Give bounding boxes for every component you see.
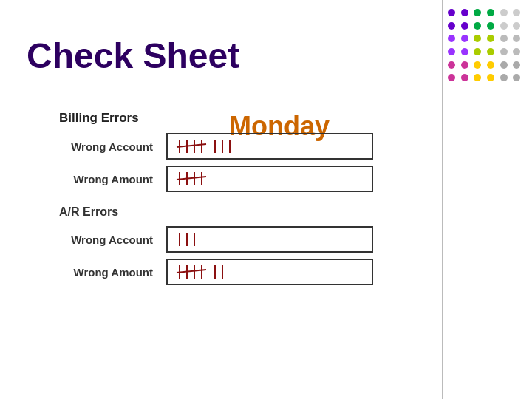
- dot: [461, 61, 468, 69]
- dot: [448, 61, 455, 69]
- dot: [448, 9, 455, 16]
- ar-section: A/R Errors Wrong Account Wrong Amount: [59, 205, 473, 285]
- dot: [461, 9, 468, 16]
- dot: [500, 61, 508, 69]
- dot: [500, 35, 508, 42]
- dot-grid-decoration: [445, 6, 526, 87]
- billing-wrong-amount-tally-svg: [174, 169, 248, 188]
- dot: [474, 22, 481, 30]
- dot: [513, 61, 520, 69]
- billing-wrong-amount-label: Wrong Amount: [59, 173, 166, 185]
- dot: [448, 74, 455, 81]
- dot: [500, 22, 508, 30]
- dot: [448, 35, 455, 42]
- billing-wrong-account-tally-svg: [174, 137, 277, 156]
- dot: [487, 74, 494, 81]
- dot: [448, 48, 455, 55]
- dot: [513, 9, 520, 16]
- billing-wrong-amount-row: Wrong Amount: [59, 166, 473, 192]
- dot: [513, 35, 520, 42]
- ar-wrong-account-tally-svg: [174, 230, 233, 249]
- dot: [487, 61, 494, 69]
- ar-header: A/R Errors: [59, 205, 473, 219]
- dot: [487, 35, 494, 42]
- billing-wrong-account-label: Wrong Account: [59, 140, 166, 153]
- dot: [461, 74, 468, 81]
- ar-wrong-account-label: Wrong Account: [59, 233, 166, 246]
- page-title: Check Sheet: [27, 35, 239, 76]
- dot: [487, 22, 494, 30]
- dot: [513, 22, 520, 30]
- dot: [461, 35, 468, 42]
- dot: [487, 9, 494, 16]
- dot: [461, 48, 468, 55]
- main-content: Billing Errors Wrong Account: [59, 111, 473, 299]
- billing-header: Billing Errors: [59, 111, 473, 126]
- dot: [461, 22, 468, 30]
- billing-wrong-amount-tally-box: [166, 166, 373, 192]
- ar-wrong-amount-tally-svg: [174, 262, 270, 282]
- dot: [500, 74, 508, 81]
- billing-wrong-account-tally-box: [166, 133, 373, 160]
- dot: [448, 22, 455, 30]
- ar-wrong-account-row: Wrong Account: [59, 226, 473, 253]
- dot: [474, 48, 481, 55]
- dot: [474, 35, 481, 42]
- ar-wrong-account-tally-box: [166, 226, 373, 253]
- billing-section: Billing Errors Wrong Account: [59, 111, 473, 192]
- dot: [513, 74, 520, 81]
- ar-wrong-amount-row: Wrong Amount: [59, 259, 473, 285]
- billing-wrong-account-row: Wrong Account: [59, 133, 473, 160]
- dot: [513, 48, 520, 55]
- dot: [474, 61, 481, 69]
- ar-wrong-amount-tally-box: [166, 259, 373, 285]
- ar-wrong-amount-label: Wrong Amount: [59, 266, 166, 279]
- dot: [474, 9, 481, 16]
- dot: [500, 48, 508, 55]
- dot: [487, 48, 494, 55]
- dot: [500, 9, 508, 16]
- dot: [474, 74, 481, 81]
